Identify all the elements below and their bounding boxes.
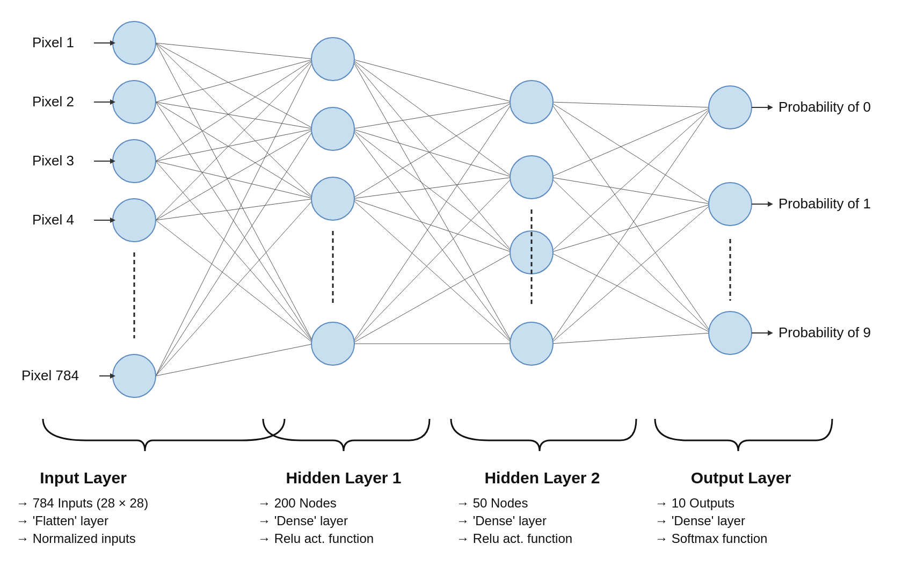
title-hidden1-layer: Hidden Layer 1 (286, 469, 401, 487)
brace-input (43, 419, 285, 451)
network-diagram: Pixel 1 Pixel 2 Pixel 3 Pixel 4 Pixel 78… (0, 0, 924, 580)
svg-line-38 (550, 102, 711, 333)
svg-line-45 (550, 107, 711, 344)
node-h2-3 (510, 231, 553, 274)
info-out-3: → Softmax function (655, 531, 767, 546)
brace-output (655, 419, 832, 451)
input-labels: Pixel 1 Pixel 2 Pixel 3 Pixel 4 Pixel 78… (21, 34, 115, 383)
svg-line-9 (156, 129, 314, 161)
svg-line-34 (352, 252, 513, 344)
svg-line-16 (156, 59, 314, 376)
hidden2-layer-nodes (510, 81, 553, 365)
svg-line-8 (156, 59, 314, 161)
svg-line-31 (352, 199, 513, 344)
info-input-3: → Normalized inputs (16, 531, 136, 546)
title-input-layer: Input Layer (40, 469, 127, 487)
svg-line-46 (550, 204, 711, 344)
svg-line-22 (352, 59, 513, 252)
hidden1-layer-nodes (311, 38, 354, 365)
main-container: Pixel 1 Pixel 2 Pixel 3 Pixel 4 Pixel 78… (0, 0, 924, 580)
svg-line-42 (550, 107, 711, 252)
arrow-output1 (768, 201, 773, 207)
svg-line-24 (352, 102, 513, 129)
brace-hidden1 (263, 419, 430, 451)
brace-hidden2 (451, 419, 636, 451)
label-pixel3: Pixel 3 (32, 153, 74, 169)
info-h2-2: → 'Dense' layer (456, 513, 547, 528)
svg-line-39 (550, 107, 711, 177)
svg-line-44 (550, 252, 711, 333)
svg-line-27 (352, 129, 513, 344)
svg-line-2 (156, 43, 314, 199)
node-pixel4 (113, 199, 156, 242)
info-input-1: → 784 Inputs (28 × 28) (16, 496, 148, 510)
node-h1-1 (311, 38, 354, 81)
svg-line-4 (156, 59, 314, 102)
svg-line-25 (352, 129, 513, 177)
node-output-9 (709, 311, 752, 354)
svg-line-21 (352, 59, 513, 177)
svg-line-12 (156, 59, 314, 220)
label-prob0: Probability of 0 (779, 99, 871, 115)
node-h2-last (510, 322, 553, 365)
svg-line-19 (156, 344, 314, 376)
node-h2-2 (510, 156, 553, 199)
title-hidden2-layer: Hidden Layer 2 (484, 469, 600, 487)
svg-line-13 (156, 129, 314, 220)
svg-line-1 (156, 43, 314, 129)
arrow-output0 (768, 105, 773, 110)
arrow-output9 (768, 330, 773, 336)
node-pixel1 (113, 21, 156, 64)
svg-line-36 (550, 102, 711, 107)
info-input-2: → 'Flatten' layer (16, 513, 108, 528)
svg-line-7 (156, 102, 314, 344)
svg-line-28 (352, 102, 513, 199)
svg-line-41 (550, 177, 711, 333)
svg-line-47 (550, 333, 711, 344)
label-pixel4: Pixel 4 (32, 212, 74, 228)
svg-line-20 (352, 59, 513, 102)
node-h1-last (311, 322, 354, 365)
info-h2-3: → Relu act. function (456, 531, 572, 546)
svg-line-43 (550, 204, 711, 252)
info-h1-1: → 200 Nodes (258, 496, 337, 510)
input-layer-nodes (113, 21, 156, 397)
svg-line-33 (352, 177, 513, 344)
connections-hidden2-output (550, 102, 711, 344)
output-labels: Probability of 0 Probability of 1 Probab… (752, 99, 871, 340)
svg-line-30 (352, 199, 513, 252)
svg-line-18 (156, 199, 314, 376)
label-prob9: Probability of 9 (779, 324, 871, 340)
node-output-0 (709, 86, 752, 129)
label-pixel2: Pixel 2 (32, 93, 74, 110)
svg-line-17 (156, 129, 314, 376)
connections-hidden1-hidden2 (352, 59, 513, 344)
node-pixel3 (113, 140, 156, 183)
node-output-1 (709, 183, 752, 226)
node-h1-2 (311, 107, 354, 150)
svg-line-6 (156, 102, 314, 199)
svg-line-15 (156, 220, 314, 344)
node-h1-3 (311, 177, 354, 220)
svg-line-26 (352, 129, 513, 252)
svg-line-29 (352, 177, 513, 199)
svg-line-32 (352, 102, 513, 344)
title-output-layer: Output Layer (691, 469, 791, 487)
node-h2-1 (510, 81, 553, 124)
info-out-2: → 'Dense' layer (655, 513, 745, 528)
node-pixel784 (113, 354, 156, 397)
info-h1-3: → Relu act. function (258, 531, 374, 546)
node-pixel2 (113, 81, 156, 124)
label-pixel784: Pixel 784 (21, 367, 79, 383)
info-out-1: → 10 Outputs (655, 496, 734, 510)
connections-input-hidden1 (156, 43, 314, 376)
info-h1-2: → 'Dense' layer (258, 513, 348, 528)
svg-line-37 (550, 102, 711, 204)
svg-line-40 (550, 177, 711, 204)
svg-line-23 (352, 59, 513, 344)
label-prob1: Probability of 1 (779, 195, 871, 212)
label-pixel1: Pixel 1 (32, 34, 74, 50)
output-layer-nodes (709, 86, 752, 354)
svg-line-0 (156, 43, 314, 59)
info-h2-1: → 50 Nodes (456, 496, 528, 510)
